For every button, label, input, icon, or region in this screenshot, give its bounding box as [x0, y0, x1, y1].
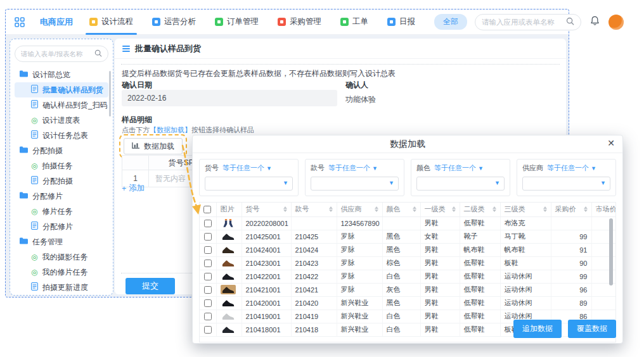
table-row[interactable]: 210420001210420 新兴鞋业黑色 男鞋低帮鞋 运动休闲89	[200, 296, 616, 310]
sidebar-item-shoot-update-progress[interactable]: 拍摄更新进度	[15, 280, 108, 295]
sidebar-group-assign-shoot[interactable]: 分配拍摄	[15, 143, 108, 158]
col-cat3[interactable]: 三级类	[500, 203, 551, 216]
table-row[interactable]: 20220208001 1234567890 男鞋低帮鞋 布洛克	[200, 216, 616, 230]
sidebar-item-my-photography-tasks[interactable]: ◎ 我的摄影任务	[15, 249, 108, 265]
table-row[interactable]: 210424001210424 罗脉黑色 男鞋帆布鞋 帆布鞋91	[200, 243, 616, 256]
product-thumbnail	[221, 285, 236, 294]
col-cat2[interactable]: 二级类	[460, 203, 500, 216]
sidebar-group-assign-retouch[interactable]: 分配修片	[15, 189, 108, 204]
row-checkbox[interactable]	[204, 273, 212, 280]
filter-select[interactable]: ▼	[311, 177, 399, 191]
sidebar-scrollbar[interactable]	[109, 71, 111, 116]
close-icon[interactable]: ✕	[607, 139, 615, 147]
filter-operator[interactable]: 等于任意一个 ▼	[328, 163, 378, 173]
row-checkbox[interactable]	[204, 286, 212, 294]
select-all-checkbox[interactable]	[203, 206, 211, 213]
filter-operator[interactable]: 等于任意一个 ▼	[434, 163, 484, 173]
user-avatar[interactable]	[609, 15, 624, 30]
tab-design-flow[interactable]: 设计流程	[89, 9, 133, 35]
col-style-no[interactable]: 款号	[291, 203, 337, 216]
sidebar-group-design-overview[interactable]: 设计部总览	[15, 67, 108, 82]
form-header: 批量确认样品到货	[115, 39, 566, 59]
add-row-link[interactable]: + 添加	[122, 183, 145, 194]
col-purchase-price[interactable]: 采购价	[551, 203, 591, 216]
submit-button[interactable]: 提交	[126, 278, 175, 294]
sidebar-item-shoot-task[interactable]: ◎ 拍摄任务	[15, 158, 108, 173]
table-row[interactable]: 210422001210422 罗脉白色 男鞋低帮鞋 运动休闲99	[200, 270, 616, 283]
table-scrollbar[interactable]	[609, 218, 613, 285]
sidebar-item-label: 分配拍摄	[42, 176, 73, 187]
sidebar-item-design-progress[interactable]: ◎ 设计进度表	[15, 113, 108, 128]
filter-select[interactable]: ▼	[522, 177, 610, 191]
current-app-name[interactable]: 电商应用	[40, 16, 73, 28]
row-checkbox[interactable]	[204, 233, 212, 241]
tab-purchase-management[interactable]: 采购管理	[278, 9, 321, 35]
filter-select[interactable]: ▼	[416, 177, 505, 191]
chevron-down-icon: ▼	[389, 180, 394, 186]
row-checkbox[interactable]	[204, 326, 212, 334]
data-load-button[interactable]: 数据加载	[124, 138, 183, 154]
sidebar-item-label: 确认样品到货_扫码	[42, 100, 108, 111]
sidebar-item-batch-confirm-arrival[interactable]: 批量确认样品到货	[15, 82, 108, 97]
overwrite-data-button[interactable]: 覆盖数据	[568, 320, 616, 338]
index-column-header	[122, 156, 149, 170]
filter-bar: 货号等于任意一个 ▼ ▼ 款号等于任意一个 ▼ ▼ 颜色等于任意一个 ▼ ▼ 供…	[199, 159, 616, 196]
row-checkbox[interactable]	[204, 313, 212, 320]
table-row[interactable]: 210425001210425 罗脉黑色 女鞋靴子 马丁靴99	[200, 230, 616, 243]
sidebar-item-retouch-task[interactable]: ◎ 修片任务	[15, 204, 108, 219]
notification-bell-icon[interactable]	[590, 16, 600, 28]
col-cat1[interactable]: 一级类	[420, 203, 460, 216]
sidebar-item-assign-retouch[interactable]: 分配修片	[15, 219, 108, 234]
form-list-icon[interactable]	[122, 46, 130, 52]
col-market-price[interactable]: 市场价	[591, 203, 616, 216]
tab-work-order[interactable]: 工单	[340, 9, 368, 35]
tab-operation-analysis[interactable]: 运营分析	[152, 9, 196, 35]
filter-select[interactable]: ▼	[205, 177, 293, 191]
all-apps-pill[interactable]: 全部	[434, 14, 467, 30]
product-thumbnail	[221, 311, 236, 321]
sidebar-search-box[interactable]	[15, 46, 108, 62]
chevron-down-icon: ▼	[478, 165, 484, 172]
sidebar-search-input[interactable]	[21, 50, 92, 58]
filter-item-number: 货号等于任意一个 ▼ ▼	[199, 159, 299, 196]
col-supplier[interactable]: 供应商	[337, 203, 382, 216]
sort-icon	[375, 206, 378, 212]
table-row[interactable]: 210421001210421 罗脉灰色 男鞋低帮鞋 运动休闲96	[200, 283, 616, 296]
row-checkbox[interactable]	[204, 260, 212, 267]
tab-label: 运营分析	[164, 16, 196, 27]
global-search-box[interactable]	[475, 14, 581, 30]
modal-header: 数据加载 ✕	[193, 135, 622, 153]
confirm-date-input[interactable]: 2022-02-16	[122, 90, 337, 106]
tab-daily-report[interactable]: 日报	[387, 9, 415, 35]
sidebar: 设计部总览 批量确认样品到货 确认样品到货_扫码 ◎ 设计进度表 设计任务总表	[10, 39, 113, 296]
tab-label: 采购管理	[290, 16, 321, 27]
col-color[interactable]: 颜色	[382, 203, 420, 216]
apps-grid-icon[interactable]	[15, 17, 25, 27]
tab-label: 订单管理	[227, 16, 259, 27]
filter-operator[interactable]: 等于任意一个 ▼	[222, 163, 272, 173]
report-target-icon: ◎	[31, 253, 37, 261]
col-image: 图片	[216, 203, 242, 216]
sidebar-item-label: 拍摄更新进度	[42, 282, 88, 293]
sidebar-item-my-retouch-tasks[interactable]: ◎ 我的修片任务	[15, 265, 108, 280]
row-checkbox[interactable]	[204, 246, 212, 254]
tab-icon	[215, 18, 223, 26]
table-row[interactable]: 210423001210423 罗脉棕色 男鞋低帮鞋 板鞋90	[200, 256, 616, 270]
sidebar-group-task-management[interactable]: 任务管理	[15, 234, 108, 249]
search-icon[interactable]	[566, 16, 574, 28]
sidebar-item-design-task-summary[interactable]: 设计任务总表	[15, 128, 108, 143]
tab-order-management[interactable]: 订单管理	[215, 9, 259, 35]
row-checkbox[interactable]	[204, 220, 212, 227]
global-search-input[interactable]	[482, 18, 562, 26]
search-icon[interactable]	[94, 48, 102, 60]
sidebar-item-confirm-arrival-scan[interactable]: 确认样品到货_扫码	[15, 97, 108, 113]
sidebar-item-label: 设计任务总表	[42, 130, 88, 141]
col-item-no[interactable]: 货号	[242, 203, 291, 216]
sidebar-item-assign-shoot[interactable]: 分配拍摄	[15, 173, 108, 189]
tab-icon	[89, 18, 98, 26]
folder-icon	[20, 192, 28, 201]
filter-operator[interactable]: 等于任意一个 ▼	[547, 163, 596, 173]
document-icon	[31, 100, 38, 110]
append-data-button[interactable]: 追加数据	[513, 320, 562, 338]
row-checkbox[interactable]	[204, 299, 212, 307]
